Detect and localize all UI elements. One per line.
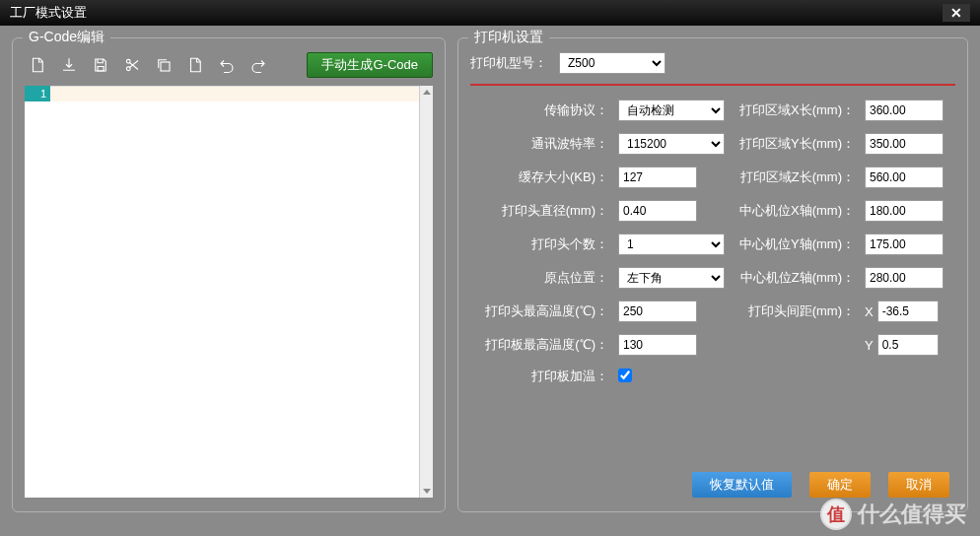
cache-label: 缓存大小(KB)：: [470, 168, 608, 186]
close-icon: ✕: [950, 5, 962, 21]
gcode-legend: G-Code编辑: [23, 29, 110, 46]
head-maxtemp-input[interactable]: [618, 301, 697, 322]
titlebar: 工厂模式设置 ✕: [0, 0, 980, 26]
head-count-label: 打印头个数：: [470, 235, 608, 253]
baud-label: 通讯波特率：: [470, 135, 608, 153]
head-diam-input[interactable]: [618, 200, 697, 222]
paste-icon[interactable]: [186, 56, 204, 74]
editor-line[interactable]: [50, 86, 433, 101]
protocol-select[interactable]: 自动检测: [618, 100, 725, 121]
bed-maxtemp-input[interactable]: [618, 334, 697, 356]
button-row: 恢复默认值 确定 取消: [692, 472, 949, 498]
protocol-label: 传输协议：: [470, 101, 608, 119]
line-number: 1: [25, 86, 50, 101]
area-x-input[interactable]: [865, 100, 944, 121]
save-icon[interactable]: [92, 56, 109, 74]
origin-label: 原点位置：: [470, 269, 608, 287]
undo-icon[interactable]: [218, 56, 236, 74]
center-x-label: 中心机位X轴(mm)：: [717, 202, 855, 220]
center-y-label: 中心机位Y轴(mm)：: [717, 235, 855, 253]
svg-rect-2: [161, 62, 170, 71]
head-gap-y-input[interactable]: [877, 334, 939, 356]
center-z-input[interactable]: [865, 267, 944, 289]
head-gap-y-wrap: Y: [865, 334, 953, 356]
cancel-button[interactable]: 取消: [888, 472, 949, 498]
window-title: 工厂模式设置: [10, 4, 87, 22]
head-diam-label: 打印头直径(mm)：: [470, 202, 608, 220]
cut-icon[interactable]: [123, 56, 141, 74]
svg-point-1: [126, 59, 130, 63]
head-gap-x-prefix: X: [865, 304, 874, 319]
new-file-icon[interactable]: [29, 56, 46, 74]
close-button[interactable]: ✕: [943, 4, 970, 22]
head-maxtemp-label: 打印头最高温度(℃)：: [470, 302, 608, 320]
model-row: 打印机型号： Z500: [470, 52, 955, 74]
area-y-label: 打印区域Y长(mm)：: [717, 135, 855, 153]
redo-icon[interactable]: [249, 56, 267, 74]
baud-select[interactable]: 115200: [618, 133, 725, 155]
ok-button[interactable]: 确定: [809, 472, 871, 498]
model-label: 打印机型号：: [470, 54, 547, 72]
area-y-input[interactable]: [865, 133, 944, 155]
printer-panel: 打印机设置 打印机型号： Z500 传输协议： 自动检测 打印区域X长(mm)：…: [457, 37, 968, 512]
area-z-label: 打印区域Z长(mm)：: [717, 168, 855, 186]
editor-area[interactable]: [25, 101, 419, 498]
bed-maxtemp-label: 打印板最高温度(℃)：: [470, 336, 608, 354]
gcode-panel: G-Code编辑 手动生成G-Code 1: [12, 37, 446, 512]
head-count-select[interactable]: 1: [618, 234, 725, 255]
divider: [470, 84, 955, 86]
origin-select[interactable]: 左下角: [618, 267, 725, 289]
center-y-input[interactable]: [865, 234, 944, 255]
copy-icon[interactable]: [155, 56, 173, 74]
gcode-toolbar: 手动生成G-Code: [25, 52, 433, 78]
settings-grid: 传输协议： 自动检测 打印区域X长(mm)： 通讯波特率： 115200 打印区…: [470, 100, 955, 385]
svg-point-0: [126, 67, 130, 71]
model-select[interactable]: Z500: [559, 52, 665, 74]
import-icon[interactable]: [60, 56, 78, 74]
cache-input[interactable]: [618, 167, 697, 188]
head-gap-x-input[interactable]: [877, 301, 939, 322]
area-x-label: 打印区域X长(mm)：: [717, 101, 855, 119]
content: G-Code编辑 手动生成G-Code 1 打印机设置 打印机型号： Z500: [0, 26, 980, 524]
area-z-input[interactable]: [865, 167, 944, 188]
center-z-label: 中心机位Z轴(mm)：: [717, 269, 855, 287]
bed-heat-label: 打印板加温：: [470, 368, 608, 385]
gcode-editor[interactable]: 1: [25, 86, 433, 498]
head-gap-y-prefix: Y: [865, 338, 874, 353]
restore-defaults-button[interactable]: 恢复默认值: [692, 472, 792, 498]
head-gap-x-wrap: X: [865, 301, 953, 322]
bed-heat-checkbox[interactable]: [618, 368, 632, 382]
head-gap-label: 打印头间距(mm)：: [717, 302, 855, 320]
vertical-scrollbar[interactable]: [419, 86, 433, 498]
printer-legend: 打印机设置: [468, 29, 549, 46]
generate-gcode-button[interactable]: 手动生成G-Code: [307, 52, 433, 78]
center-x-input[interactable]: [865, 200, 944, 222]
